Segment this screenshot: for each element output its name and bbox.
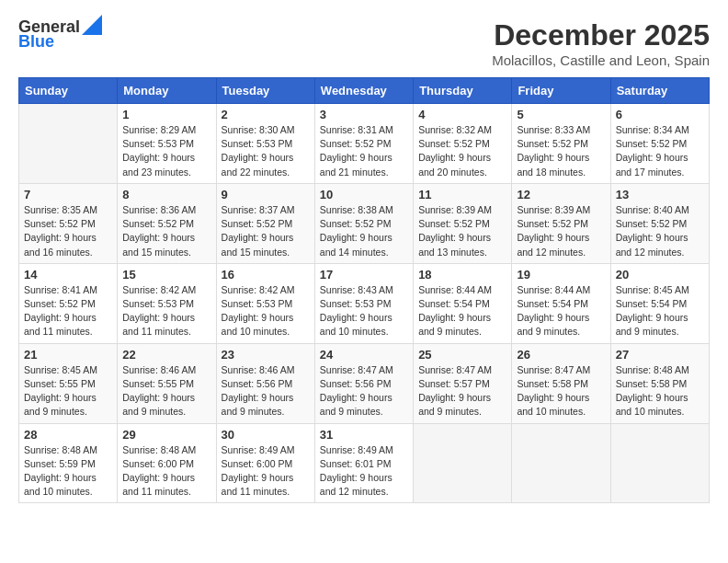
calendar-header-row: SundayMondayTuesdayWednesdayThursdayFrid… [19, 78, 710, 104]
day-number: 22 [122, 348, 210, 362]
calendar-cell: 31Sunrise: 8:49 AMSunset: 6:01 PMDayligh… [314, 423, 413, 503]
day-number: 9 [222, 188, 310, 201]
day-info: Sunrise: 8:48 AMSunset: 5:58 PMDaylight:… [616, 363, 704, 419]
calendar-week-row: 1Sunrise: 8:29 AMSunset: 5:53 PMDaylight… [19, 104, 710, 184]
day-number: 16 [222, 268, 310, 282]
logo-arrow-icon [82, 15, 102, 35]
calendar-cell: 16Sunrise: 8:42 AMSunset: 5:53 PMDayligh… [216, 263, 314, 343]
day-number: 28 [24, 428, 112, 442]
day-info: Sunrise: 8:33 AMSunset: 5:52 PMDaylight:… [517, 123, 605, 179]
calendar-cell: 11Sunrise: 8:39 AMSunset: 5:52 PMDayligh… [414, 183, 512, 263]
day-number: 17 [320, 268, 408, 282]
calendar-cell: 22Sunrise: 8:46 AMSunset: 5:55 PMDayligh… [118, 343, 216, 423]
day-number: 4 [418, 108, 506, 121]
calendar-cell: 19Sunrise: 8:44 AMSunset: 5:54 PMDayligh… [512, 263, 610, 343]
day-info: Sunrise: 8:47 AMSunset: 5:56 PMDaylight:… [320, 363, 408, 419]
weekday-header: Sunday [19, 78, 118, 104]
day-number: 12 [517, 188, 605, 201]
day-info: Sunrise: 8:38 AMSunset: 5:52 PMDaylight:… [320, 203, 408, 259]
calendar-cell: 23Sunrise: 8:46 AMSunset: 5:56 PMDayligh… [216, 343, 314, 423]
day-number: 26 [517, 348, 605, 362]
day-number: 8 [122, 188, 210, 201]
day-info: Sunrise: 8:41 AMSunset: 5:52 PMDaylight:… [24, 283, 112, 339]
day-number: 10 [320, 188, 408, 201]
calendar-cell: 20Sunrise: 8:45 AMSunset: 5:54 PMDayligh… [610, 263, 709, 343]
day-info: Sunrise: 8:35 AMSunset: 5:52 PMDaylight:… [24, 203, 112, 259]
day-number: 21 [24, 348, 112, 362]
calendar-table: SundayMondayTuesdayWednesdayThursdayFrid… [18, 77, 710, 503]
logo: General Blue [18, 18, 102, 52]
day-number: 13 [616, 188, 704, 201]
calendar-cell: 18Sunrise: 8:44 AMSunset: 5:54 PMDayligh… [414, 263, 512, 343]
day-number: 15 [122, 268, 210, 282]
day-info: Sunrise: 8:47 AMSunset: 5:58 PMDaylight:… [517, 363, 605, 419]
day-number: 5 [517, 108, 605, 121]
day-number: 2 [222, 108, 310, 121]
day-number: 11 [418, 188, 506, 201]
day-info: Sunrise: 8:49 AMSunset: 6:00 PMDaylight:… [222, 443, 310, 500]
calendar-cell: 25Sunrise: 8:47 AMSunset: 5:57 PMDayligh… [414, 343, 512, 423]
weekday-header: Tuesday [216, 78, 314, 104]
calendar-cell: 14Sunrise: 8:41 AMSunset: 5:52 PMDayligh… [19, 263, 118, 343]
location-text: Molacillos, Castille and Leon, Spain [492, 52, 710, 68]
calendar-cell: 27Sunrise: 8:48 AMSunset: 5:58 PMDayligh… [610, 343, 709, 423]
calendar-cell: 7Sunrise: 8:35 AMSunset: 5:52 PMDaylight… [19, 183, 118, 263]
day-info: Sunrise: 8:40 AMSunset: 5:52 PMDaylight:… [616, 203, 704, 259]
day-info: Sunrise: 8:46 AMSunset: 5:56 PMDaylight:… [222, 363, 310, 419]
day-number: 20 [616, 268, 704, 282]
day-info: Sunrise: 8:42 AMSunset: 5:53 PMDaylight:… [122, 283, 210, 339]
calendar-cell [512, 423, 610, 503]
day-info: Sunrise: 8:46 AMSunset: 5:55 PMDaylight:… [122, 363, 210, 419]
day-info: Sunrise: 8:45 AMSunset: 5:54 PMDaylight:… [616, 283, 704, 339]
day-number: 19 [517, 268, 605, 282]
calendar-week-row: 28Sunrise: 8:48 AMSunset: 5:59 PMDayligh… [19, 423, 710, 503]
day-number: 1 [122, 108, 210, 121]
day-number: 24 [320, 348, 408, 362]
calendar-cell: 21Sunrise: 8:45 AMSunset: 5:55 PMDayligh… [19, 343, 118, 423]
calendar-week-row: 21Sunrise: 8:45 AMSunset: 5:55 PMDayligh… [19, 343, 710, 423]
day-info: Sunrise: 8:31 AMSunset: 5:52 PMDaylight:… [320, 123, 408, 179]
calendar-cell: 28Sunrise: 8:48 AMSunset: 5:59 PMDayligh… [19, 423, 118, 503]
calendar-cell: 26Sunrise: 8:47 AMSunset: 5:58 PMDayligh… [512, 343, 610, 423]
calendar-cell [414, 423, 512, 503]
day-number: 7 [24, 188, 112, 201]
calendar-cell: 12Sunrise: 8:39 AMSunset: 5:52 PMDayligh… [512, 183, 610, 263]
calendar-cell: 30Sunrise: 8:49 AMSunset: 6:00 PMDayligh… [216, 423, 314, 503]
calendar-cell: 4Sunrise: 8:32 AMSunset: 5:52 PMDaylight… [414, 104, 512, 184]
calendar-cell: 29Sunrise: 8:48 AMSunset: 6:00 PMDayligh… [118, 423, 216, 503]
day-number: 29 [122, 428, 210, 442]
day-number: 18 [418, 268, 506, 282]
day-info: Sunrise: 8:32 AMSunset: 5:52 PMDaylight:… [418, 123, 506, 179]
calendar-cell: 8Sunrise: 8:36 AMSunset: 5:52 PMDaylight… [118, 183, 216, 263]
day-info: Sunrise: 8:39 AMSunset: 5:52 PMDaylight:… [418, 203, 506, 259]
day-info: Sunrise: 8:48 AMSunset: 6:00 PMDaylight:… [122, 443, 210, 500]
calendar-week-row: 7Sunrise: 8:35 AMSunset: 5:52 PMDaylight… [19, 183, 710, 263]
calendar-cell: 6Sunrise: 8:34 AMSunset: 5:52 PMDaylight… [610, 104, 709, 184]
day-number: 3 [320, 108, 408, 121]
day-info: Sunrise: 8:44 AMSunset: 5:54 PMDaylight:… [517, 283, 605, 339]
calendar-cell: 13Sunrise: 8:40 AMSunset: 5:52 PMDayligh… [610, 183, 709, 263]
calendar-cell: 3Sunrise: 8:31 AMSunset: 5:52 PMDaylight… [314, 104, 413, 184]
weekday-header: Monday [118, 78, 216, 104]
day-number: 14 [24, 268, 112, 282]
day-info: Sunrise: 8:44 AMSunset: 5:54 PMDaylight:… [418, 283, 506, 339]
weekday-header: Saturday [610, 78, 709, 104]
calendar-cell: 1Sunrise: 8:29 AMSunset: 5:53 PMDaylight… [118, 104, 216, 184]
calendar-cell: 5Sunrise: 8:33 AMSunset: 5:52 PMDaylight… [512, 104, 610, 184]
day-number: 23 [222, 348, 310, 362]
day-info: Sunrise: 8:39 AMSunset: 5:52 PMDaylight:… [517, 203, 605, 259]
weekday-header: Friday [512, 78, 610, 104]
weekday-header: Thursday [414, 78, 512, 104]
day-info: Sunrise: 8:43 AMSunset: 5:53 PMDaylight:… [320, 283, 408, 339]
weekday-header: Wednesday [314, 78, 413, 104]
title-block: December 2025 Molacillos, Castille and L… [492, 18, 710, 68]
calendar-cell: 9Sunrise: 8:37 AMSunset: 5:52 PMDaylight… [216, 183, 314, 263]
page-header: General Blue December 2025 Molacillos, C… [18, 18, 710, 68]
calendar-week-row: 14Sunrise: 8:41 AMSunset: 5:52 PMDayligh… [19, 263, 710, 343]
day-info: Sunrise: 8:49 AMSunset: 6:01 PMDaylight:… [320, 443, 408, 500]
calendar-cell: 10Sunrise: 8:38 AMSunset: 5:52 PMDayligh… [314, 183, 413, 263]
calendar-cell: 15Sunrise: 8:42 AMSunset: 5:53 PMDayligh… [118, 263, 216, 343]
day-info: Sunrise: 8:37 AMSunset: 5:52 PMDaylight:… [222, 203, 310, 259]
month-title: December 2025 [492, 18, 710, 52]
logo-text-blue: Blue [18, 33, 54, 52]
